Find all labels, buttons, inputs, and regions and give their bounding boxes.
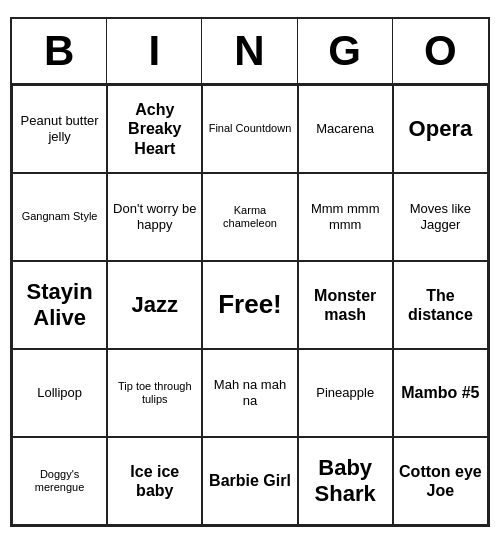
bingo-cell-20[interactable]: Doggy's merengue	[12, 437, 107, 525]
bingo-letter-g: G	[298, 19, 393, 83]
bingo-cell-0[interactable]: Peanut butter jelly	[12, 85, 107, 173]
bingo-cell-18[interactable]: Pineapple	[298, 349, 393, 437]
bingo-cell-24[interactable]: Cotton eye Joe	[393, 437, 488, 525]
bingo-header: BINGO	[12, 19, 488, 85]
bingo-cell-22[interactable]: Barbie Girl	[202, 437, 297, 525]
bingo-cell-6[interactable]: Don't worry be happy	[107, 173, 202, 261]
bingo-cell-17[interactable]: Mah na mah na	[202, 349, 297, 437]
bingo-cell-10[interactable]: Stayin Alive	[12, 261, 107, 349]
bingo-cell-23[interactable]: Baby Shark	[298, 437, 393, 525]
bingo-cell-16[interactable]: Tip toe through tulips	[107, 349, 202, 437]
bingo-cell-1[interactable]: Achy Breaky Heart	[107, 85, 202, 173]
bingo-letter-o: O	[393, 19, 488, 83]
bingo-letter-i: I	[107, 19, 202, 83]
bingo-cell-15[interactable]: Lollipop	[12, 349, 107, 437]
bingo-letter-n: N	[202, 19, 297, 83]
bingo-cell-2[interactable]: Final Countdown	[202, 85, 297, 173]
bingo-letter-b: B	[12, 19, 107, 83]
bingo-cell-13[interactable]: Monster mash	[298, 261, 393, 349]
bingo-cell-8[interactable]: Mmm mmm mmm	[298, 173, 393, 261]
bingo-cell-19[interactable]: Mambo #5	[393, 349, 488, 437]
bingo-cell-14[interactable]: The distance	[393, 261, 488, 349]
bingo-card: BINGO Peanut butter jellyAchy Breaky Hea…	[10, 17, 490, 527]
bingo-cell-5[interactable]: Gangnam Style	[12, 173, 107, 261]
bingo-cell-21[interactable]: Ice ice baby	[107, 437, 202, 525]
bingo-cell-3[interactable]: Macarena	[298, 85, 393, 173]
bingo-cell-7[interactable]: Karma chameleon	[202, 173, 297, 261]
bingo-cell-9[interactable]: Moves like Jagger	[393, 173, 488, 261]
bingo-cell-4[interactable]: Opera	[393, 85, 488, 173]
bingo-cell-11[interactable]: Jazz	[107, 261, 202, 349]
bingo-grid: Peanut butter jellyAchy Breaky HeartFina…	[12, 85, 488, 525]
bingo-cell-12[interactable]: Free!	[202, 261, 297, 349]
